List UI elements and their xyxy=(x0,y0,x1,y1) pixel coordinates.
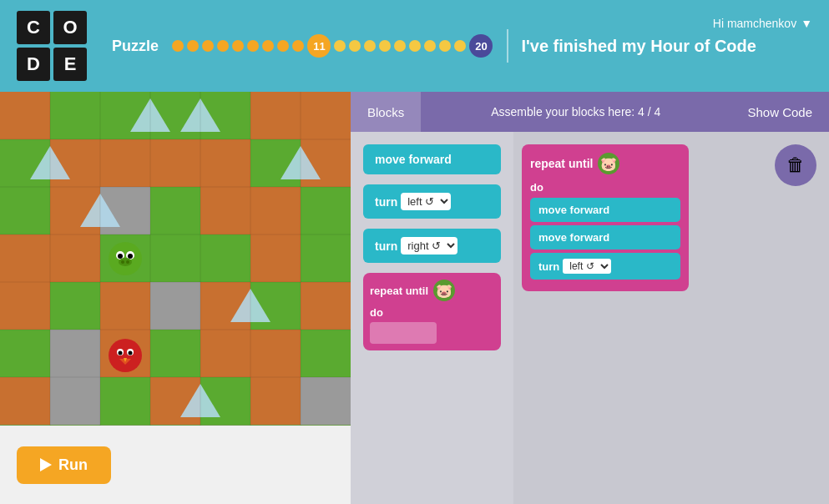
dot-1[interactable] xyxy=(172,40,184,52)
svg-rect-27 xyxy=(50,234,100,282)
dot-11-active[interactable]: 11 xyxy=(307,34,331,58)
svg-rect-29 xyxy=(150,234,200,282)
svg-rect-53 xyxy=(200,330,250,377)
ws-repeat-header: repeat until 🐷 xyxy=(530,153,680,174)
logo-o: O xyxy=(53,11,87,44)
user-dropdown[interactable]: Hi mamchenkov ▼ xyxy=(713,17,812,30)
ws-turn-select[interactable]: left ↺ xyxy=(563,259,611,274)
game-grid xyxy=(0,92,351,426)
logo-c: C xyxy=(17,11,50,44)
user-info: Hi mamchenkov ▼ xyxy=(713,17,812,30)
dot-8[interactable] xyxy=(277,40,289,52)
svg-rect-63 xyxy=(0,377,50,425)
tab-blocks[interactable]: Blocks xyxy=(351,92,421,132)
svg-point-40 xyxy=(126,260,129,264)
logo-d: D xyxy=(17,48,50,81)
panel-tabs: Blocks Assemble your blocks here: 4 / 4 … xyxy=(351,92,829,132)
dot-17[interactable] xyxy=(409,40,421,52)
dot-13[interactable] xyxy=(349,40,361,52)
svg-rect-43 xyxy=(100,282,150,330)
turn-left-block[interactable]: turn left ↺ xyxy=(363,184,501,219)
svg-rect-24 xyxy=(301,187,351,234)
svg-point-38 xyxy=(119,258,132,266)
svg-rect-49 xyxy=(0,330,50,377)
run-bar: Run xyxy=(0,426,351,504)
workspace-repeat-block[interactable]: repeat until 🐷 do move forward move forw… xyxy=(522,144,689,291)
turn-left-select[interactable]: left ↺ xyxy=(401,193,451,210)
run-button[interactable]: Run xyxy=(17,446,111,484)
dot-18[interactable] xyxy=(424,40,436,52)
svg-point-39 xyxy=(121,260,124,264)
svg-rect-50 xyxy=(50,330,100,377)
user-arrow: ▼ xyxy=(801,17,812,30)
svg-rect-32 xyxy=(301,234,351,282)
game-canvas xyxy=(0,92,351,426)
repeat-header: repeat until 🐷 xyxy=(370,280,494,301)
ws-move-forward-2[interactable]: move forward xyxy=(530,225,680,249)
play-icon xyxy=(40,458,52,471)
svg-rect-11 xyxy=(100,139,150,187)
svg-rect-54 xyxy=(250,330,301,377)
dot-2[interactable] xyxy=(187,40,199,52)
finished-text: I've finished my Hour of Code xyxy=(521,37,756,56)
puzzle-nav: Puzzle 11 20 I've finis xyxy=(112,29,812,63)
dot-19[interactable] xyxy=(439,40,451,52)
svg-rect-42 xyxy=(50,282,100,330)
svg-point-36 xyxy=(118,254,123,259)
pig-icon-palette: 🐷 xyxy=(433,280,455,301)
svg-point-37 xyxy=(128,254,133,259)
dot-16[interactable] xyxy=(394,40,406,52)
svg-rect-13 xyxy=(200,139,250,187)
svg-rect-52 xyxy=(150,330,200,377)
game-area: Run xyxy=(0,92,351,504)
dot-7[interactable] xyxy=(262,40,274,52)
svg-rect-23 xyxy=(250,187,301,234)
svg-rect-68 xyxy=(250,377,301,425)
dot-5[interactable] xyxy=(232,40,244,52)
pig-icon-workspace: 🐷 xyxy=(598,153,619,174)
svg-rect-1 xyxy=(50,92,100,139)
user-greeting: Hi mamchenkov xyxy=(713,17,796,30)
svg-rect-65 xyxy=(100,377,150,425)
turn-right-select[interactable]: right ↺ xyxy=(401,237,457,255)
svg-rect-12 xyxy=(150,139,200,187)
panel-content: move forward turn left ↺ turn right ↺ xyxy=(351,132,829,504)
svg-rect-41 xyxy=(0,282,50,330)
dot-3[interactable] xyxy=(202,40,214,52)
dot-19b[interactable] xyxy=(454,40,466,52)
workspace-area[interactable]: repeat until 🐷 do move forward move forw… xyxy=(513,132,829,504)
svg-rect-18 xyxy=(0,187,50,234)
coding-panel: Blocks Assemble your blocks here: 4 / 4 … xyxy=(351,92,829,504)
svg-rect-44 xyxy=(150,282,200,330)
svg-rect-69 xyxy=(301,377,351,425)
ws-turn-left[interactable]: turn left ↺ xyxy=(530,253,680,280)
dot-14[interactable] xyxy=(364,40,376,52)
trash-button[interactable]: 🗑 xyxy=(775,144,816,186)
svg-rect-30 xyxy=(200,234,250,282)
move-forward-block[interactable]: move forward xyxy=(363,144,501,174)
dot-12[interactable] xyxy=(334,40,346,52)
logo-e: E xyxy=(53,48,87,81)
svg-rect-5 xyxy=(250,92,301,139)
dot-4[interactable] xyxy=(217,40,229,52)
puzzle-label: Puzzle xyxy=(112,38,159,55)
dot-20-active[interactable]: 20 xyxy=(469,34,493,58)
svg-point-56 xyxy=(109,339,142,372)
svg-rect-21 xyxy=(150,187,200,234)
svg-rect-22 xyxy=(200,187,250,234)
svg-rect-64 xyxy=(50,377,100,425)
pink-slot xyxy=(370,322,437,344)
svg-rect-55 xyxy=(301,330,351,377)
main: Run Blocks Assemble your blocks here: 4 … xyxy=(0,92,829,504)
dot-6[interactable] xyxy=(247,40,259,52)
dot-9[interactable] xyxy=(292,40,304,52)
svg-rect-0 xyxy=(0,92,50,139)
turn-right-block[interactable]: turn right ↺ xyxy=(363,229,501,263)
dots-container: 11 20 xyxy=(170,34,494,58)
dot-15[interactable] xyxy=(379,40,391,52)
show-code-button[interactable]: Show Code xyxy=(730,105,829,119)
ws-move-forward-1[interactable]: move forward xyxy=(530,198,680,222)
svg-rect-6 xyxy=(301,92,351,139)
repeat-until-palette-block[interactable]: repeat until 🐷 do xyxy=(363,273,501,350)
logo[interactable]: C O D E xyxy=(17,11,87,81)
